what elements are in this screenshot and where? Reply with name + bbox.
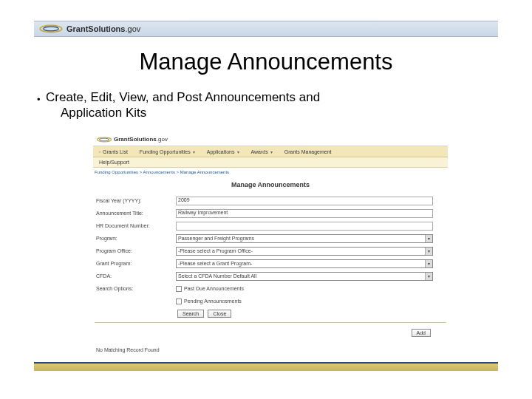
slide-header-bar: GrantSolutions.gov — [34, 21, 498, 37]
search-form: Fiscal Year (YYYY): 2009 Announcement Ti… — [93, 193, 448, 352]
app-screenshot: GrantSolutions.gov ‹Grants List Funding … — [93, 133, 448, 364]
label-document-number: HR Document Number: — [95, 223, 176, 228]
grant-program-select[interactable]: -Please select a Grant Program-▾ — [176, 259, 433, 268]
no-results-text: No Matching Record Found — [95, 337, 446, 352]
chevron-left-icon: ‹ — [99, 149, 100, 154]
chevron-down-icon: ▾ — [425, 273, 432, 280]
swirl-icon — [38, 24, 64, 34]
checkbox-past-due[interactable] — [176, 286, 182, 292]
chevron-down-icon: ▾ — [237, 149, 239, 154]
chevron-down-icon: ▾ — [425, 248, 432, 255]
bullet-text-line2: Application Kits — [61, 106, 146, 120]
announcement-title-input[interactable]: Railway Improvement — [176, 209, 433, 218]
nav-awards[interactable]: Awards▾ — [245, 146, 279, 157]
label-cfda: CFDA: — [95, 273, 176, 279]
chevron-down-icon: ▾ — [425, 235, 432, 242]
close-button[interactable]: Close — [208, 310, 231, 318]
nav-applications[interactable]: Applications▾ — [201, 146, 245, 157]
bullet-text-line1: Create, Edit, View, and Post Announcemen… — [46, 90, 320, 105]
checkbox-pending[interactable] — [176, 299, 182, 304]
slide-footer-bar — [34, 362, 498, 371]
label-program-office: Program Office: — [95, 248, 176, 253]
opt-pending-label: Pending Announcements — [184, 299, 242, 304]
app-brand-text: GrantSolutions.gov — [114, 136, 168, 143]
label-program: Program: — [95, 236, 176, 241]
breadcrumb: Funding Opportunities > Announcements > … — [93, 168, 448, 178]
bullet-marker: • — [37, 94, 41, 105]
program-office-select[interactable]: -Please select a Program Office-▾ — [176, 247, 433, 256]
chevron-down-icon: ▾ — [425, 260, 432, 267]
nav-grants-list[interactable]: ‹Grants List — [93, 146, 134, 157]
opt-past-due-label: Past Due Announcements — [184, 286, 244, 291]
chevron-down-icon: ▾ — [270, 149, 273, 154]
cfda-select[interactable]: Select a CFDA Number Default All▾ — [176, 272, 433, 281]
app-header: GrantSolutions.gov — [93, 133, 448, 146]
label-announcement-title: Announcement Title: — [95, 211, 176, 216]
chevron-down-icon: ▾ — [193, 149, 195, 154]
fiscal-year-input[interactable]: 2009 — [176, 197, 433, 205]
nav-help-support[interactable]: Help/Support — [93, 157, 135, 167]
document-number-input[interactable] — [176, 222, 433, 231]
label-search-options: Search Options: — [95, 286, 176, 291]
app-nav-sub: Help/Support — [93, 157, 448, 168]
nav-grants-management[interactable]: Grants Management — [279, 146, 338, 157]
program-select[interactable]: Passenger and Freight Programs▾ — [176, 234, 433, 243]
page-title: Manage Announcements — [93, 178, 448, 193]
brand-text: GrantSolutions.gov — [66, 24, 140, 33]
search-button[interactable]: Search — [177, 310, 204, 318]
add-button[interactable]: Add — [412, 329, 431, 337]
svg-point-3 — [99, 138, 109, 141]
swirl-icon — [96, 136, 112, 143]
label-fiscal-year: Fiscal Year (YYYY): — [95, 198, 176, 203]
label-grant-program: Grant Program: — [95, 261, 176, 266]
slide-title: Manage Announcements — [0, 49, 532, 75]
svg-point-1 — [44, 27, 58, 31]
nav-funding-opportunities[interactable]: Funding Opportunities▾ — [134, 146, 201, 157]
app-nav: ‹Grants List Funding Opportunities▾ Appl… — [93, 146, 448, 157]
